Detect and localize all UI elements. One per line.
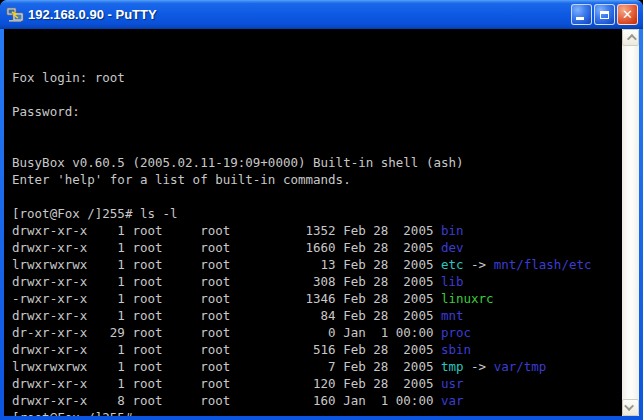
window-title: 192.168.0.90 - PuTTY <box>28 7 571 22</box>
terminal-lines: Fox login: rootPassword:BusyBox v0.60.5 … <box>12 69 622 416</box>
terminal-line: drwxr-xr-x 1 root root 308 Feb 28 2005 l… <box>12 273 622 290</box>
chevron-down-icon <box>624 401 634 411</box>
terminal-line: [root@Fox /]255# <box>12 409 622 416</box>
terminal-area: Fox login: rootPassword:BusyBox v0.60.5 … <box>4 29 639 416</box>
scroll-up-button[interactable] <box>622 29 639 46</box>
terminal-line: Enter 'help' for a list of built-in comm… <box>12 171 622 188</box>
maximize-button[interactable] <box>594 4 615 25</box>
terminal-line: dr-xr-xr-x 29 root root 0 Jan 1 00:00 pr… <box>12 324 622 341</box>
terminal-line <box>12 120 622 137</box>
terminal-line: Fox login: root <box>12 69 622 86</box>
terminal-line: drwxr-xr-x 1 root root 84 Feb 28 2005 mn… <box>12 307 622 324</box>
close-icon: ✕ <box>622 8 633 21</box>
chevron-up-icon <box>627 34 637 44</box>
minimize-icon <box>576 17 584 20</box>
maximize-icon <box>600 11 609 19</box>
terminal-line: drwxr-xr-x 8 root root 160 Jan 1 00:00 v… <box>12 392 622 409</box>
scrollbar[interactable] <box>622 29 639 416</box>
putty-app-icon <box>6 7 24 23</box>
terminal-line: drwxr-xr-x 1 root root 1660 Feb 28 2005 … <box>12 239 622 256</box>
terminal-screen[interactable]: Fox login: rootPassword:BusyBox v0.60.5 … <box>4 29 622 416</box>
terminal-line <box>12 86 622 103</box>
close-button[interactable]: ✕ <box>617 4 638 25</box>
terminal-line: lrwxrwxrwx 1 root root 13 Feb 28 2005 et… <box>12 256 622 273</box>
terminal-line: [root@Fox /]255# ls -l <box>12 205 622 222</box>
terminal-line: drwxr-xr-x 1 root root 120 Feb 28 2005 u… <box>12 375 622 392</box>
terminal-line: drwxr-xr-x 1 root root 516 Feb 28 2005 s… <box>12 341 622 358</box>
terminal-line <box>12 137 622 154</box>
terminal-line: lrwxrwxrwx 1 root root 7 Feb 28 2005 tmp… <box>12 358 622 375</box>
scroll-down-button[interactable] <box>622 399 639 416</box>
minimize-button[interactable] <box>571 4 592 25</box>
terminal-line: -rwxr-xr-x 1 root root 1346 Feb 28 2005 … <box>12 290 622 307</box>
terminal-line: drwxr-xr-x 1 root root 1352 Feb 28 2005 … <box>12 222 622 239</box>
title-bar[interactable]: 192.168.0.90 - PuTTY ✕ <box>0 0 643 29</box>
putty-window: 192.168.0.90 - PuTTY ✕ Fox login: rootPa… <box>0 0 643 420</box>
terminal-line: Password: <box>12 103 622 120</box>
terminal-line: BusyBox v0.60.5 (2005.02.11-19:09+0000) … <box>12 154 622 171</box>
terminal-line <box>12 188 622 205</box>
